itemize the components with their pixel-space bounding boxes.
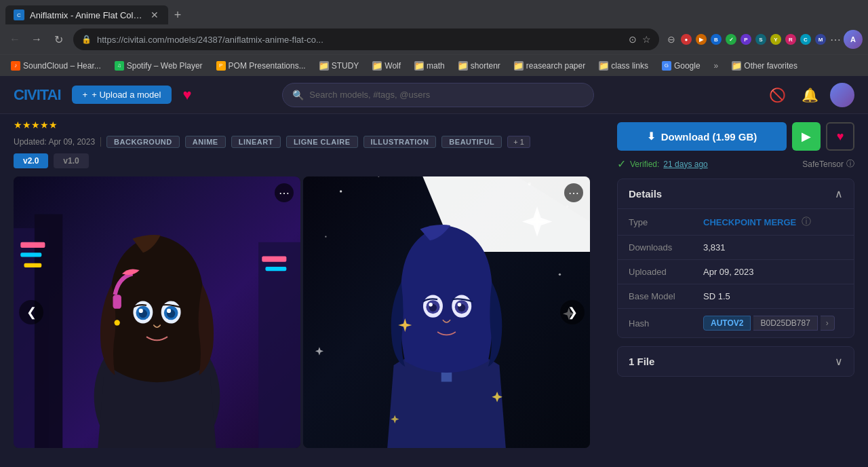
- gallery-image-1[interactable]: ⋯ ❮: [14, 176, 300, 448]
- download-label: Download (1.99 GB): [661, 131, 757, 143]
- hash-label: Hash: [629, 318, 703, 329]
- anime-image-1: [14, 176, 300, 448]
- tag-background[interactable]: BACKGROUND: [106, 136, 180, 148]
- reader-mode-icon[interactable]: ⊙: [629, 34, 637, 45]
- bookmark-label: reasearch paper: [526, 61, 585, 71]
- reload-button[interactable]: ↻: [49, 30, 68, 49]
- hash-value-container: AUTOV2 B0D25DB787 ›: [703, 316, 835, 331]
- gallery-image-2[interactable]: ⋯ ❯: [303, 176, 590, 448]
- bookmark-spotify[interactable]: ♫ Spotify – Web Player: [109, 58, 208, 74]
- run-button[interactable]: ▶: [792, 122, 821, 151]
- new-tab-button[interactable]: +: [168, 5, 187, 24]
- gallery-next-button[interactable]: ❯: [560, 300, 585, 324]
- type-info-icon[interactable]: ⓘ: [802, 216, 811, 228]
- ext-pink-icon[interactable]: R: [784, 33, 797, 46]
- tab-close-button[interactable]: ✕: [149, 10, 160, 20]
- checkpoint-merge-badge[interactable]: CHECKPOINT MERGE: [703, 217, 796, 227]
- soundcloud-icon: ♪: [11, 61, 20, 71]
- ext-indigo-icon[interactable]: M: [814, 33, 827, 46]
- download-icon: ⬇: [647, 130, 656, 143]
- svg-point-39: [429, 303, 433, 307]
- bookmark-shortenr[interactable]: 📁 shortenr: [453, 58, 506, 74]
- uploaded-value: Apr 09, 2023: [703, 267, 753, 277]
- tag-lineart[interactable]: LINEART: [231, 136, 281, 148]
- details-header[interactable]: Details ∧: [618, 179, 854, 209]
- hide-nsfw-button[interactable]: 🚫: [765, 83, 789, 107]
- bookmark-more[interactable]: »: [709, 58, 724, 74]
- upload-model-button[interactable]: + + Upload a model: [72, 86, 172, 104]
- safe-tensor-badge: SafeTensor ⓘ: [802, 158, 854, 170]
- ext-hidden-icon[interactable]: ⊖: [665, 33, 678, 46]
- gallery-image-1-menu[interactable]: ⋯: [275, 183, 294, 202]
- ext-blue-icon[interactable]: B: [709, 33, 723, 46]
- ext-yellow-icon[interactable]: Y: [769, 33, 783, 46]
- ext-orange-icon[interactable]: ▶: [694, 33, 708, 46]
- download-button[interactable]: ⬇ Download (1.99 GB): [617, 122, 787, 151]
- search-bar[interactable]: 🔍: [282, 83, 594, 107]
- bookmark-soundcloud[interactable]: ♪ SoundCloud – Hear...: [5, 58, 106, 74]
- folder-icon: 📁: [599, 61, 608, 71]
- svg-rect-7: [262, 256, 286, 261]
- active-tab[interactable]: C Aniflatmix - Anime Flat Color Sty... ✕: [5, 5, 168, 24]
- meta-row: ★★★★★: [14, 119, 590, 130]
- tag-ligne-claire[interactable]: LIGNE CLAIRE: [286, 136, 358, 148]
- details-body: Type CHECKPOINT MERGE ⓘ Downloads 3,831: [618, 209, 854, 337]
- user-avatar[interactable]: [830, 83, 854, 107]
- wishlist-heart-button[interactable]: ♥: [182, 86, 191, 104]
- bookmark-star-icon[interactable]: ☆: [642, 34, 651, 45]
- notifications-bell-button[interactable]: 🔔: [797, 83, 822, 107]
- verified-checkmark-icon: ✓: [617, 157, 626, 170]
- bookmark-research[interactable]: 📁 reasearch paper: [509, 58, 591, 74]
- version-tab-v1[interactable]: v1.0: [54, 153, 88, 168]
- tag-plus-button[interactable]: + 1: [507, 136, 530, 148]
- ext-green-icon[interactable]: ✓: [724, 33, 738, 46]
- files-card: 1 File ∨: [617, 346, 854, 377]
- back-button[interactable]: ←: [5, 30, 24, 49]
- files-title: 1 File: [629, 356, 654, 367]
- nav-bar: ← → ↻ 🔒 https://civitai.com/models/24387…: [0, 24, 868, 54]
- ext-teal-icon[interactable]: S: [754, 33, 768, 46]
- files-header[interactable]: 1 File ∨: [618, 347, 854, 376]
- folder-icon: 📁: [458, 61, 468, 71]
- tag-beautiful[interactable]: BEAUTIFUL: [441, 136, 502, 148]
- forward-button[interactable]: →: [27, 30, 46, 49]
- ext-red-icon[interactable]: ●: [679, 33, 693, 46]
- profile-avatar[interactable]: A: [844, 30, 863, 49]
- version-tab-v2[interactable]: v2.0: [14, 153, 48, 168]
- address-bar[interactable]: 🔒 https://civitai.com/models/24387/anifl…: [73, 29, 659, 50]
- bookmark-math[interactable]: 📁 math: [409, 58, 450, 74]
- tab-favicon: C: [14, 10, 24, 20]
- gallery-image-2-menu[interactable]: ⋯: [564, 183, 583, 202]
- bookmark-other-favorites[interactable]: 📁 Other favorites: [726, 58, 803, 74]
- tag-anime[interactable]: ANIME: [185, 136, 226, 148]
- tab-bar: C Aniflatmix - Anime Flat Color Sty... ✕…: [0, 0, 868, 24]
- site-header: CIVITAI + + Upload a model ♥ 🔍 🚫 🔔: [0, 76, 868, 114]
- search-input[interactable]: [309, 90, 584, 100]
- svg-rect-3: [258, 242, 300, 448]
- hash-tab-autov2[interactable]: AUTOV2: [703, 316, 751, 331]
- bookmark-google[interactable]: G Google: [656, 58, 706, 74]
- type-value: CHECKPOINT MERGE ⓘ: [703, 216, 811, 228]
- gallery-prev-button[interactable]: ❮: [19, 300, 43, 324]
- bookmark-label: math: [427, 61, 445, 71]
- bookmark-class[interactable]: 📁 class links: [593, 58, 654, 74]
- ext-cyan-icon[interactable]: C: [799, 33, 812, 46]
- favorite-button[interactable]: ♥: [826, 122, 854, 151]
- safe-tensor-info-icon[interactable]: ⓘ: [846, 158, 854, 170]
- hash-copy-button[interactable]: ›: [821, 316, 835, 331]
- svg-point-26: [325, 236, 326, 238]
- anime-image-2: [303, 176, 590, 448]
- details-card: Details ∧ Type CHECKPOINT MERGE ⓘ: [617, 179, 854, 338]
- bookmark-pom[interactable]: P POM Presentations...: [211, 58, 311, 74]
- ext-purple-icon[interactable]: P: [739, 33, 753, 46]
- spotify-icon: ♫: [115, 61, 124, 71]
- tag-illustration[interactable]: ILLUSTRATION: [363, 136, 437, 148]
- bookmark-study[interactable]: 📁 STUDY: [314, 58, 365, 74]
- folder-icon: 📁: [319, 61, 329, 71]
- verified-date-link[interactable]: 21 days ago: [663, 160, 707, 169]
- bookmark-wolf[interactable]: 📁 Wolf: [367, 58, 406, 74]
- extensions-menu-icon[interactable]: ⋯: [829, 33, 842, 46]
- type-label: Type: [629, 217, 703, 227]
- svg-point-17: [139, 309, 143, 313]
- more-bookmarks-label: »: [714, 61, 719, 71]
